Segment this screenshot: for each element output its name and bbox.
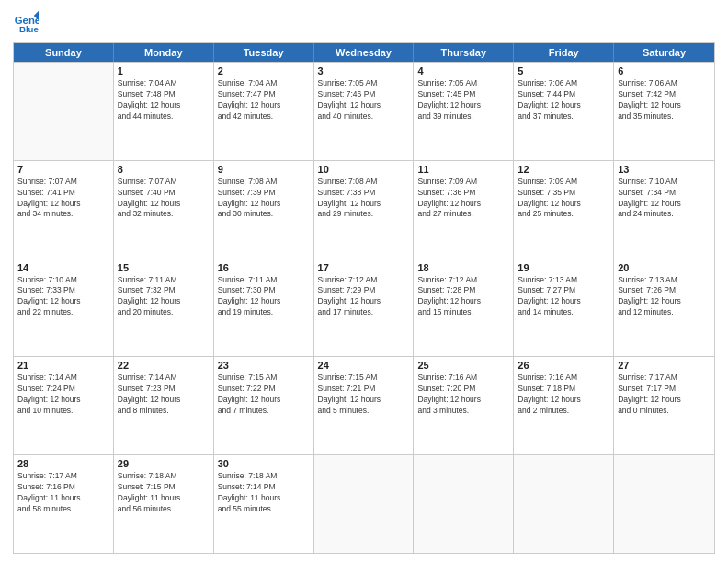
cell-line: Sunrise: 7:07 AM: [17, 177, 109, 188]
cell-line: Sunrise: 7:06 AM: [518, 78, 609, 89]
day-cell-7: 7Sunrise: 7:07 AMSunset: 7:41 PMDaylight…: [14, 161, 114, 259]
day-number: 23: [218, 360, 310, 371]
cell-line: Sunset: 7:46 PM: [318, 89, 410, 100]
cell-line: Daylight: 12 hours: [518, 100, 609, 111]
day-number: 10: [318, 164, 410, 175]
cell-line: and 32 minutes.: [118, 209, 210, 220]
day-cell-28: 28Sunrise: 7:17 AMSunset: 7:16 PMDayligh…: [14, 455, 114, 553]
day-number: 28: [17, 458, 109, 469]
cell-line: Sunrise: 7:11 AM: [218, 275, 310, 286]
cell-line: and 27 minutes.: [417, 209, 509, 220]
cell-line: Sunset: 7:15 PM: [118, 482, 210, 493]
day-cell-12: 12Sunrise: 7:09 AMSunset: 7:35 PMDayligh…: [514, 161, 614, 259]
cell-line: Sunset: 7:47 PM: [218, 89, 310, 100]
cell-line: Sunset: 7:27 PM: [518, 285, 609, 296]
cell-line: Sunset: 7:24 PM: [17, 384, 109, 395]
cell-line: Daylight: 12 hours: [318, 100, 410, 111]
day-cell-26: 26Sunrise: 7:16 AMSunset: 7:18 PMDayligh…: [514, 357, 614, 454]
day-cell-9: 9Sunrise: 7:08 AMSunset: 7:39 PMDaylight…: [214, 161, 314, 259]
day-number: 30: [218, 458, 310, 469]
cell-line: Daylight: 12 hours: [218, 100, 310, 111]
page: General Blue SundayMondayTuesdayWednesda…: [0, 0, 728, 563]
day-number: 4: [417, 65, 509, 76]
day-number: 1: [118, 65, 210, 76]
cell-line: Sunrise: 7:15 AM: [218, 373, 310, 384]
cell-line: and 30 minutes.: [218, 209, 310, 220]
cell-line: Sunrise: 7:15 AM: [318, 373, 410, 384]
empty-cell: [614, 455, 714, 553]
cell-line: Sunrise: 7:05 AM: [417, 78, 509, 89]
day-cell-27: 27Sunrise: 7:17 AMSunset: 7:17 PMDayligh…: [614, 357, 714, 454]
day-header-saturday: Saturday: [614, 43, 714, 62]
week-row-4: 21Sunrise: 7:14 AMSunset: 7:24 PMDayligh…: [14, 356, 714, 454]
cell-line: Sunrise: 7:09 AM: [417, 177, 509, 188]
cell-line: and 12 minutes.: [618, 307, 711, 318]
week-row-2: 7Sunrise: 7:07 AMSunset: 7:41 PMDaylight…: [14, 160, 714, 259]
cell-line: Daylight: 12 hours: [318, 199, 410, 210]
day-number: 20: [618, 262, 711, 273]
cell-line: Sunset: 7:44 PM: [518, 89, 609, 100]
logo-icon: General Blue: [13, 9, 39, 35]
empty-cell: [314, 455, 415, 553]
day-cell-22: 22Sunrise: 7:14 AMSunset: 7:23 PMDayligh…: [114, 357, 214, 454]
cell-line: and 44 minutes.: [118, 111, 210, 122]
logo: General Blue: [13, 9, 39, 35]
cell-line: Daylight: 12 hours: [618, 199, 711, 210]
cell-line: Sunrise: 7:08 AM: [318, 177, 410, 188]
day-cell-3: 3Sunrise: 7:05 AMSunset: 7:46 PMDaylight…: [314, 63, 415, 160]
day-header-monday: Monday: [114, 43, 214, 62]
cell-line: Sunrise: 7:17 AM: [618, 373, 711, 384]
day-header-wednesday: Wednesday: [314, 43, 415, 62]
cell-line: Daylight: 12 hours: [118, 395, 210, 406]
cell-line: Daylight: 12 hours: [218, 199, 310, 210]
cell-line: Sunset: 7:16 PM: [17, 482, 109, 493]
cell-line: Sunset: 7:14 PM: [218, 482, 310, 493]
cell-line: and 3 minutes.: [417, 406, 509, 417]
cell-line: Daylight: 12 hours: [618, 395, 711, 406]
cell-line: and 15 minutes.: [417, 307, 509, 318]
day-cell-19: 19Sunrise: 7:13 AMSunset: 7:27 PMDayligh…: [514, 259, 614, 357]
day-header-friday: Friday: [514, 43, 614, 62]
cell-line: Sunset: 7:35 PM: [518, 188, 609, 199]
cell-line: Sunrise: 7:13 AM: [618, 275, 711, 286]
header: General Blue: [13, 9, 715, 35]
cell-line: Sunset: 7:38 PM: [318, 188, 410, 199]
cell-line: Daylight: 12 hours: [318, 296, 410, 307]
cell-line: Daylight: 11 hours: [17, 493, 109, 504]
day-header-thursday: Thursday: [414, 43, 514, 62]
cell-line: and 56 minutes.: [118, 504, 210, 515]
cell-line: Sunrise: 7:12 AM: [417, 275, 509, 286]
day-cell-4: 4Sunrise: 7:05 AMSunset: 7:45 PMDaylight…: [414, 63, 514, 160]
day-cell-14: 14Sunrise: 7:10 AMSunset: 7:33 PMDayligh…: [14, 259, 114, 357]
cell-line: Sunset: 7:32 PM: [118, 285, 210, 296]
cell-line: Sunrise: 7:11 AM: [118, 275, 210, 286]
cell-line: and 35 minutes.: [618, 111, 711, 122]
day-number: 29: [118, 458, 210, 469]
cell-line: Sunset: 7:36 PM: [417, 188, 509, 199]
day-number: 25: [417, 360, 509, 371]
cell-line: Sunrise: 7:04 AM: [218, 78, 310, 89]
day-number: 24: [318, 360, 410, 371]
cell-line: Sunset: 7:23 PM: [118, 384, 210, 395]
calendar-header: SundayMondayTuesdayWednesdayThursdayFrid…: [14, 43, 714, 62]
cell-line: Daylight: 12 hours: [518, 199, 609, 210]
cell-line: Sunset: 7:22 PM: [218, 384, 310, 395]
day-cell-21: 21Sunrise: 7:14 AMSunset: 7:24 PMDayligh…: [14, 357, 114, 454]
cell-line: Sunrise: 7:09 AM: [518, 177, 609, 188]
day-cell-10: 10Sunrise: 7:08 AMSunset: 7:38 PMDayligh…: [314, 161, 415, 259]
day-number: 26: [518, 360, 609, 371]
cell-line: and 24 minutes.: [618, 209, 711, 220]
cell-line: Sunrise: 7:08 AM: [218, 177, 310, 188]
day-cell-2: 2Sunrise: 7:04 AMSunset: 7:47 PMDaylight…: [214, 63, 314, 160]
cell-line: Sunrise: 7:12 AM: [318, 275, 410, 286]
day-cell-1: 1Sunrise: 7:04 AMSunset: 7:48 PMDaylight…: [114, 63, 214, 160]
calendar: SundayMondayTuesdayWednesdayThursdayFrid…: [13, 42, 715, 554]
cell-line: Daylight: 12 hours: [118, 296, 210, 307]
cell-line: and 55 minutes.: [218, 504, 310, 515]
cell-line: and 40 minutes.: [318, 111, 410, 122]
cell-line: Daylight: 12 hours: [518, 395, 609, 406]
day-cell-8: 8Sunrise: 7:07 AMSunset: 7:40 PMDaylight…: [114, 161, 214, 259]
day-cell-6: 6Sunrise: 7:06 AMSunset: 7:42 PMDaylight…: [614, 63, 714, 160]
day-number: 11: [417, 164, 509, 175]
cell-line: Sunrise: 7:13 AM: [518, 275, 609, 286]
